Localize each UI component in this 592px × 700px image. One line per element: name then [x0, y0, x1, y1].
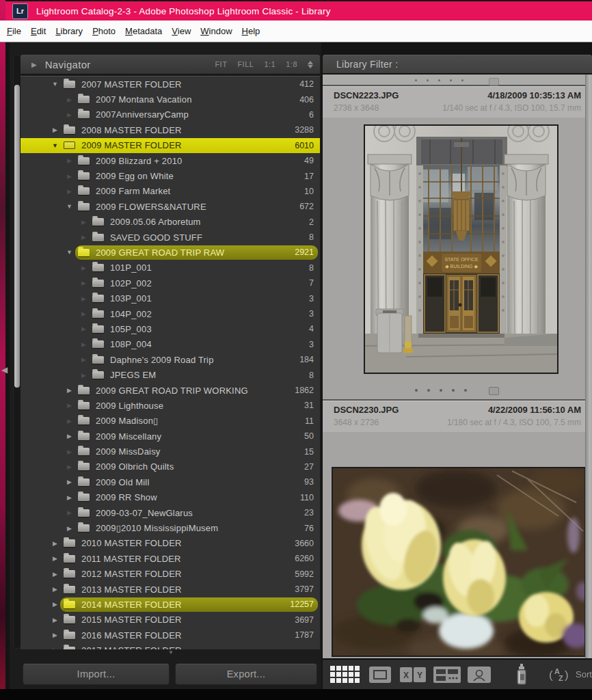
- folder-row[interactable]: ▶ 2009 Farm Market 10: [21, 184, 320, 199]
- folder-row[interactable]: ▶ 108P_004 3: [21, 337, 320, 352]
- menu-file[interactable]: File: [7, 26, 21, 36]
- folder-row[interactable]: ▼ 2009 FLOWERS&NATURE 672: [21, 199, 320, 214]
- folder-disclosure-icon[interactable]: ▶: [80, 234, 88, 241]
- folder-row[interactable]: ▶ 2014 MASTER FOLDER 12257: [21, 597, 320, 612]
- folder-disclosure-icon[interactable]: ▼: [51, 142, 59, 149]
- folder-disclosure-icon[interactable]: ▶: [51, 555, 59, 562]
- folder-disclosure-icon[interactable]: ▶: [51, 632, 59, 638]
- folder-disclosure-icon[interactable]: ▶: [66, 463, 73, 470]
- folder-disclosure-icon[interactable]: ▶: [80, 265, 88, 271]
- folder-row[interactable]: ▶ 101P_001 8: [21, 260, 320, 275]
- folder-disclosure-icon[interactable]: ▶: [80, 295, 88, 302]
- folder-disclosure-icon[interactable]: ▶: [66, 188, 73, 195]
- folder-disclosure-icon[interactable]: ▶: [66, 494, 73, 501]
- photo-yellow-tulips[interactable]: [332, 467, 586, 657]
- folder-row[interactable]: ▼ 2007 MASTER FOLDER 412: [21, 77, 320, 92]
- folder-row[interactable]: ▶ 103P_001 3: [21, 291, 320, 306]
- library-filter-bar[interactable]: Library Filter :: [323, 55, 592, 74]
- folder-disclosure-icon[interactable]: ▼: [66, 249, 73, 256]
- folder-row[interactable]: ▶ 2009 GREAT ROAD TRIP WORKING 1862: [21, 383, 320, 398]
- menu-help[interactable]: Help: [242, 26, 260, 36]
- folder-disclosure-icon[interactable]: ▶: [51, 540, 59, 547]
- folder-disclosure-icon[interactable]: ▶: [51, 617, 59, 623]
- menu-library[interactable]: Library: [55, 26, 83, 36]
- menu-view[interactable]: View: [172, 26, 191, 36]
- folder-disclosure-icon[interactable]: ▶: [80, 310, 88, 317]
- folder-row[interactable]: ▶ 2017 MASTER FOLDER: [21, 643, 320, 649]
- folder-disclosure-icon[interactable]: ▶: [66, 509, 73, 516]
- zoom-ratio-option[interactable]: 1:1: [264, 60, 275, 68]
- folder-disclosure-icon[interactable]: ▶: [51, 601, 59, 608]
- folder-disclosure-icon[interactable]: ▶: [66, 173, 73, 180]
- folder-disclosure-icon[interactable]: ▶: [80, 325, 88, 332]
- folder-row[interactable]: ▶ 2012 MASTER FOLDER 5992: [21, 567, 320, 582]
- panel-collapse-arrow[interactable]: ◀: [1, 365, 8, 375]
- folder-row[interactable]: ▶ 2009 Egg on White 17: [21, 168, 320, 183]
- rating-dots[interactable]: [415, 389, 467, 392]
- folder-row[interactable]: ▶ 2009 RR Show 110: [21, 490, 320, 505]
- folder-disclosure-icon[interactable]: ▶: [51, 126, 59, 133]
- zoom-ratio-option[interactable]: 1:8: [286, 60, 297, 68]
- compare-view-icon[interactable]: X Y: [400, 667, 426, 683]
- folder-row[interactable]: ▶ 2009 Lighthouse 31: [21, 398, 320, 413]
- grid-view-icon[interactable]: [330, 666, 360, 683]
- folder-row[interactable]: ▶ 2009 MissDaisy 15: [21, 444, 320, 459]
- folder-row[interactable]: ▶ 2013 MASTER FOLDER 3797: [21, 582, 320, 597]
- folder-row[interactable]: ▶ 2009 Olbrich Quilts 27: [21, 459, 320, 474]
- folder-row[interactable]: ▶ SAVED GOOD STUFF 8: [21, 230, 320, 245]
- collection-badge-icon[interactable]: [489, 387, 499, 395]
- folder-disclosure-icon[interactable]: ▼: [66, 203, 73, 210]
- sort-direction-icon[interactable]: ( A Z ): [548, 666, 571, 684]
- folder-row[interactable]: ▶ 2007 Montana Vacation 406: [21, 92, 320, 107]
- folder-row[interactable]: ▶ 2016 MASTER FOLDER 1787: [21, 628, 320, 643]
- people-view-icon[interactable]: [468, 667, 491, 683]
- zoom-ratio-option[interactable]: FILL: [237, 60, 254, 68]
- folder-row[interactable]: ▶ JPEGS EM 8: [21, 367, 320, 382]
- folder-row[interactable]: ▶ 102P_002 7: [21, 275, 320, 291]
- folder-disclosure-icon[interactable]: ▶: [51, 647, 59, 649]
- export-button[interactable]: Export...: [175, 663, 317, 685]
- folder-row[interactable]: ▶ 2009 Old Mill 93: [21, 474, 320, 489]
- navigator-panel-header[interactable]: ▶ Navigator FITFILL1:11:8: [21, 55, 320, 75]
- folder-disclosure-icon[interactable]: ▶: [51, 586, 59, 593]
- menu-window[interactable]: Window: [200, 26, 232, 36]
- left-panel-scrollbar-thumb[interactable]: [14, 85, 20, 388]
- folder-disclosure-icon[interactable]: ▶: [66, 479, 73, 485]
- import-button[interactable]: Import...: [23, 663, 170, 685]
- folder-row[interactable]: ▶ 2015 MASTER FOLDER 3697: [21, 612, 320, 628]
- folder-disclosure-icon[interactable]: ▶: [66, 402, 73, 409]
- folder-row[interactable]: ▶ 2009.05.06 Arboretum 2: [21, 215, 320, 230]
- folder-disclosure-icon[interactable]: ▶: [66, 448, 73, 455]
- painter-spray-icon[interactable]: [515, 663, 528, 686]
- folder-disclosure-icon[interactable]: ▶: [66, 157, 73, 164]
- folder-row[interactable]: ▶ 2007AnniversaryCamp 6: [21, 107, 320, 122]
- folder-disclosure-icon[interactable]: ▶: [80, 219, 88, 226]
- folder-disclosure-icon[interactable]: ▼: [51, 81, 59, 88]
- photo-building-entrance[interactable]: STATE OFFICE ◆ BUILDING ◆: [364, 124, 559, 374]
- folder-disclosure-icon[interactable]: ▶: [66, 387, 73, 394]
- folder-disclosure-icon[interactable]: ▶: [80, 341, 88, 348]
- folder-row[interactable]: ▶ 2011 MASTER FOLDER 6260: [21, 551, 320, 566]
- folder-row[interactable]: ▶ 2009 Madison▯ 11: [21, 414, 320, 429]
- panel-scroll-down-icon[interactable]: ▼: [168, 649, 174, 656]
- folder-disclosure-icon[interactable]: ▶: [66, 96, 73, 103]
- folder-disclosure-icon[interactable]: ▶: [80, 372, 88, 379]
- folder-row[interactable]: ▶ Daphne's 2009 Road Trip 184: [21, 352, 320, 367]
- folder-disclosure-icon[interactable]: ▶: [66, 433, 73, 440]
- menu-edit[interactable]: Edit: [31, 26, 46, 36]
- loupe-view-icon[interactable]: [369, 667, 391, 683]
- survey-view-icon[interactable]: [433, 667, 461, 683]
- folder-disclosure-icon[interactable]: ▶: [80, 356, 88, 363]
- right-content-scrollbar[interactable]: [585, 75, 592, 658]
- folder-row[interactable]: ▶ 2009 Miscellany 50: [21, 429, 320, 444]
- folder-row[interactable]: ▶ 2009-03-07_NewGlarus 23: [21, 505, 320, 520]
- folder-disclosure-icon[interactable]: ▶: [66, 111, 73, 118]
- folder-disclosure-icon[interactable]: ▶: [66, 418, 73, 425]
- folder-row[interactable]: ▶ 2009 Blizzard + 2010 49: [21, 153, 320, 168]
- folder-row[interactable]: ▶ 2009▯2010 MississippiMusem 76: [21, 520, 320, 535]
- folder-row[interactable]: ▼ 2009 MASTER FOLDER 6010: [21, 138, 320, 153]
- folder-row[interactable]: ▶ 104P_002 3: [21, 306, 320, 321]
- menu-photo[interactable]: Photo: [92, 26, 116, 36]
- zoom-ratio-stepper-icon[interactable]: [308, 61, 313, 68]
- folder-row[interactable]: ▶ 2008 MASTER FOLDER 3288: [21, 122, 320, 137]
